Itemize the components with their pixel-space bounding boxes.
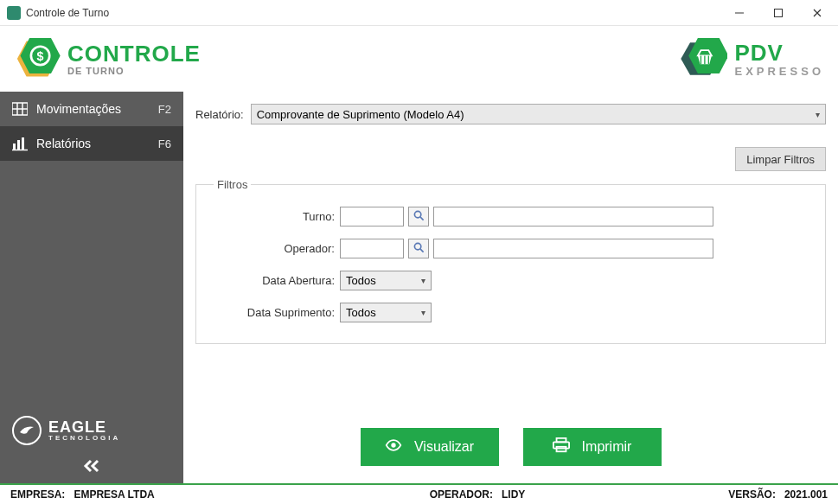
maximize-button[interactable]: [758, 0, 797, 26]
dollar-hex-icon: $: [14, 38, 61, 80]
status-versao-value: 2021.001: [784, 488, 828, 501]
chevron-double-left-icon: [83, 459, 100, 477]
chevron-down-icon: ▾: [816, 110, 820, 119]
turno-label: Turno:: [214, 210, 335, 223]
status-operador-value: LIDY: [502, 488, 525, 501]
filters-fieldset: Filtros Turno: Operador:: [195, 178, 826, 344]
window-title: Controle de Turno: [26, 7, 720, 19]
brand-left-subtitle: DE TURNO: [67, 67, 201, 76]
chart-icon: [12, 136, 28, 151]
data-suprimento-select[interactable]: Todos ▾: [340, 303, 432, 322]
svg-rect-12: [13, 144, 16, 150]
minimize-button[interactable]: [720, 0, 758, 26]
svg-rect-13: [17, 140, 20, 150]
sidebar: Movimentações F2 Relatórios F6 EAGLE TEC…: [0, 92, 183, 483]
search-icon: [413, 241, 425, 257]
svg-line-17: [419, 216, 423, 220]
grid-icon: [12, 101, 28, 117]
report-label: Relatório:: [195, 108, 244, 121]
brand-right-subtitle: EXPRESSO: [734, 66, 824, 77]
sidebar-collapse-button[interactable]: [0, 452, 183, 483]
sidebar-item-hotkey: F2: [158, 103, 171, 116]
status-versao-label: VERSÃO:: [728, 488, 776, 501]
logo-pdv-expresso: PDV EXPRESSO: [681, 38, 824, 80]
status-empresa-label: EMPRESA:: [10, 488, 65, 501]
search-icon: [413, 209, 425, 225]
data-abertura-value: Todos: [346, 274, 376, 287]
turno-code-input[interactable]: [340, 207, 404, 226]
turno-lookup-button[interactable]: [408, 207, 429, 226]
sidebar-item-label: Relatórios: [36, 137, 158, 150]
basket-hex-icon: [681, 38, 727, 80]
chevron-down-icon: ▾: [421, 308, 425, 317]
operador-label: Operador:: [214, 242, 335, 255]
operador-code-input[interactable]: [340, 239, 404, 258]
turno-desc-input[interactable]: [433, 207, 713, 226]
data-abertura-select[interactable]: Todos ▾: [340, 271, 432, 290]
sidebar-item-label: Movimentações: [36, 102, 158, 116]
svg-point-18: [414, 243, 420, 249]
status-bar: EMPRESA: EMPRESA LTDA OPERADOR: LIDY VER…: [0, 483, 838, 504]
report-select-value: Comprovante de Suprimento (Modelo A4): [257, 108, 816, 121]
data-suprimento-label: Data Suprimento:: [214, 306, 335, 319]
eagle-subtitle: TECNOLOGIA: [48, 435, 120, 442]
brand-right-title: PDV: [734, 41, 824, 64]
operador-lookup-button[interactable]: [408, 239, 429, 258]
svg-point-16: [414, 211, 420, 217]
data-abertura-label: Data Abertura:: [214, 274, 335, 287]
app-icon: [7, 6, 21, 20]
status-operador-label: OPERADOR:: [430, 488, 493, 501]
content-area: Relatório: Comprovante de Suprimento (Mo…: [183, 92, 838, 483]
sidebar-item-relatorios[interactable]: Relatórios F6: [0, 126, 183, 161]
svg-point-20: [391, 443, 395, 447]
logo-controle-turno: $ CONTROLE DE TURNO: [14, 38, 201, 80]
app-header: $ CONTROLE DE TURNO PDV EXPRESSO: [0, 26, 838, 92]
report-select[interactable]: Comprovante de Suprimento (Modelo A4) ▾: [251, 104, 826, 124]
svg-line-19: [419, 248, 423, 252]
data-suprimento-value: Todos: [346, 306, 376, 319]
sidebar-item-hotkey: F6: [158, 137, 171, 150]
filters-legend: Filtros: [214, 178, 251, 191]
sidebar-item-movimentacoes[interactable]: Movimentações F2: [0, 92, 183, 126]
status-empresa-value: EMPRESA LTDA: [74, 488, 154, 501]
clear-filters-button[interactable]: Limpar Filtros: [735, 147, 826, 171]
eye-icon: [385, 437, 402, 456]
visualizar-button[interactable]: Visualizar: [361, 428, 499, 466]
brand-left-title: CONTROLE: [67, 42, 201, 65]
svg-rect-0: [735, 12, 744, 13]
imprimir-button[interactable]: Imprimir: [523, 428, 662, 466]
chevron-down-icon: ▾: [421, 276, 425, 285]
eagle-title: EAGLE: [48, 419, 120, 435]
eagle-icon: [12, 416, 42, 445]
svg-text:$: $: [37, 49, 44, 63]
eagle-logo: EAGLE TECNOLOGIA: [0, 407, 183, 452]
operador-desc-input[interactable]: [433, 239, 713, 258]
window-titlebar: Controle de Turno: [0, 0, 838, 26]
svg-rect-1: [774, 9, 782, 16]
visualizar-label: Visualizar: [414, 439, 474, 455]
close-button[interactable]: [797, 0, 836, 26]
svg-rect-14: [22, 137, 24, 150]
printer-icon: [553, 437, 570, 456]
imprimir-label: Imprimir: [582, 439, 632, 455]
